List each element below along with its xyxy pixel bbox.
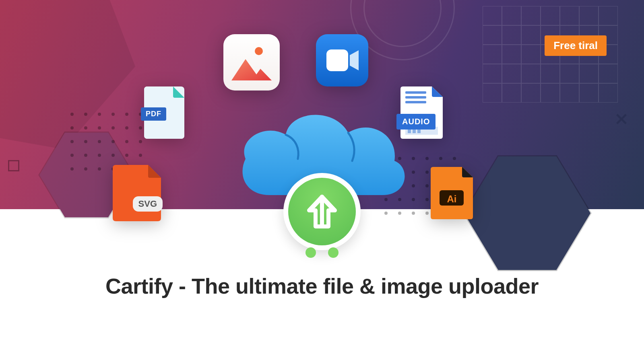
pdf-label: PDF — [141, 107, 166, 121]
decoration-hexagon-outline — [463, 149, 592, 278]
svg-rect-2 — [405, 91, 426, 94]
svg-rect-3 — [405, 96, 426, 99]
image-file-icon — [223, 34, 280, 90]
pdf-file-icon: PDF — [144, 86, 184, 139]
decoration-dots — [70, 113, 144, 172]
svg-label: SVG — [133, 196, 163, 212]
svg-rect-1 — [326, 49, 348, 71]
video-file-icon — [316, 34, 368, 86]
page-headline: Cartify - The ultimate file & image uplo… — [0, 274, 644, 298]
arrow-up-icon — [306, 193, 338, 230]
svg-file-icon: SVG — [113, 165, 161, 221]
svg-point-0 — [255, 47, 263, 55]
upload-dots-icon — [305, 247, 339, 258]
decoration-cross — [615, 113, 628, 125]
ai-file-icon: Ai — [431, 167, 473, 219]
free-trial-button[interactable]: Free tiral — [545, 35, 607, 56]
ai-label: Ai — [431, 193, 473, 205]
decoration-square — [8, 160, 19, 171]
upload-button[interactable] — [283, 173, 361, 250]
